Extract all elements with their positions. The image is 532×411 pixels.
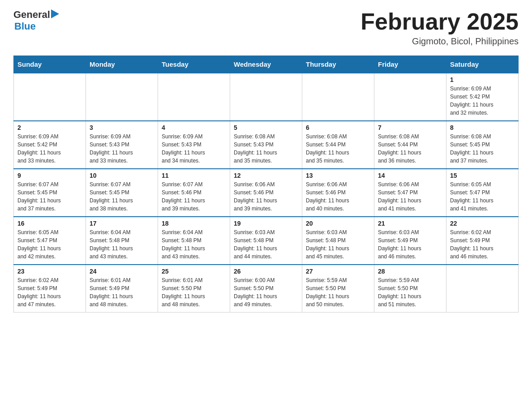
day-number: 18 — [162, 220, 226, 227]
day-number: 3 — [90, 124, 154, 131]
header-wednesday: Wednesday — [230, 56, 302, 73]
table-row: 25Sunrise: 6:01 AM Sunset: 5:50 PM Dayli… — [158, 265, 230, 313]
table-row: 16Sunrise: 6:05 AM Sunset: 5:47 PM Dayli… — [14, 217, 86, 265]
day-info: Sunrise: 6:09 AM Sunset: 5:43 PM Dayligh… — [90, 133, 154, 165]
table-row: 12Sunrise: 6:06 AM Sunset: 5:46 PM Dayli… — [230, 169, 302, 217]
table-row — [14, 73, 86, 121]
table-row: 18Sunrise: 6:04 AM Sunset: 5:48 PM Dayli… — [158, 217, 230, 265]
logo-arrow-icon — [51, 9, 59, 18]
day-info: Sunrise: 6:01 AM Sunset: 5:50 PM Dayligh… — [162, 276, 226, 308]
calendar-week-row: 23Sunrise: 6:02 AM Sunset: 5:49 PM Dayli… — [14, 265, 519, 313]
day-info: Sunrise: 6:07 AM Sunset: 5:46 PM Dayligh… — [162, 180, 226, 213]
table-row: 4Sunrise: 6:09 AM Sunset: 5:43 PM Daylig… — [158, 121, 230, 169]
day-number: 28 — [378, 268, 442, 275]
weekday-header-row: Sunday Monday Tuesday Wednesday Thursday… — [14, 56, 519, 73]
table-row: 20Sunrise: 6:03 AM Sunset: 5:48 PM Dayli… — [302, 217, 374, 265]
day-number: 12 — [234, 172, 298, 179]
day-info: Sunrise: 6:04 AM Sunset: 5:48 PM Dayligh… — [162, 228, 226, 261]
day-info: Sunrise: 6:02 AM Sunset: 5:49 PM Dayligh… — [17, 276, 82, 308]
day-number: 23 — [17, 268, 82, 275]
day-number: 13 — [306, 172, 370, 179]
day-number: 26 — [234, 268, 298, 275]
day-number: 19 — [234, 220, 298, 227]
header-monday: Monday — [86, 56, 158, 73]
table-row: 26Sunrise: 6:00 AM Sunset: 5:50 PM Dayli… — [230, 265, 302, 313]
table-row: 11Sunrise: 6:07 AM Sunset: 5:46 PM Dayli… — [158, 169, 230, 217]
table-row: 23Sunrise: 6:02 AM Sunset: 5:49 PM Dayli… — [14, 265, 86, 313]
table-row: 27Sunrise: 5:59 AM Sunset: 5:50 PM Dayli… — [302, 265, 374, 313]
day-number: 2 — [17, 124, 82, 131]
logo: General Blue — [13, 9, 59, 32]
day-info: Sunrise: 6:03 AM Sunset: 5:49 PM Dayligh… — [378, 228, 442, 261]
table-row: 7Sunrise: 6:08 AM Sunset: 5:44 PM Daylig… — [374, 121, 446, 169]
table-row — [302, 73, 374, 121]
table-row — [446, 265, 519, 313]
table-row: 14Sunrise: 6:06 AM Sunset: 5:47 PM Dayli… — [374, 169, 446, 217]
day-info: Sunrise: 6:09 AM Sunset: 5:42 PM Dayligh… — [17, 133, 82, 165]
table-row: 8Sunrise: 6:08 AM Sunset: 5:45 PM Daylig… — [446, 121, 519, 169]
table-row: 21Sunrise: 6:03 AM Sunset: 5:49 PM Dayli… — [374, 217, 446, 265]
day-number: 20 — [306, 220, 370, 227]
day-number: 11 — [162, 172, 226, 179]
day-info: Sunrise: 6:00 AM Sunset: 5:50 PM Dayligh… — [234, 276, 298, 308]
table-row: 10Sunrise: 6:07 AM Sunset: 5:45 PM Dayli… — [86, 169, 158, 217]
day-number: 9 — [17, 172, 82, 179]
day-number: 6 — [306, 124, 370, 131]
table-row: 17Sunrise: 6:04 AM Sunset: 5:48 PM Dayli… — [86, 217, 158, 265]
day-info: Sunrise: 6:01 AM Sunset: 5:49 PM Dayligh… — [90, 276, 154, 308]
day-number: 25 — [162, 268, 226, 275]
table-row: 15Sunrise: 6:05 AM Sunset: 5:47 PM Dayli… — [446, 169, 519, 217]
page-header: General Blue February 2025 Gigmoto, Bico… — [13, 9, 519, 47]
header-friday: Friday — [374, 56, 446, 73]
day-info: Sunrise: 6:05 AM Sunset: 5:47 PM Dayligh… — [17, 228, 82, 261]
day-info: Sunrise: 6:06 AM Sunset: 5:46 PM Dayligh… — [234, 180, 298, 213]
table-row: 19Sunrise: 6:03 AM Sunset: 5:48 PM Dayli… — [230, 217, 302, 265]
day-number: 7 — [378, 124, 442, 131]
day-info: Sunrise: 5:59 AM Sunset: 5:50 PM Dayligh… — [378, 276, 442, 308]
day-info: Sunrise: 6:05 AM Sunset: 5:47 PM Dayligh… — [450, 180, 515, 213]
day-info: Sunrise: 5:59 AM Sunset: 5:50 PM Dayligh… — [306, 276, 370, 308]
table-row: 24Sunrise: 6:01 AM Sunset: 5:49 PM Dayli… — [86, 265, 158, 313]
day-info: Sunrise: 6:07 AM Sunset: 5:45 PM Dayligh… — [17, 180, 82, 213]
day-number: 4 — [162, 124, 226, 131]
day-info: Sunrise: 6:08 AM Sunset: 5:44 PM Dayligh… — [378, 133, 442, 165]
day-number: 21 — [378, 220, 442, 227]
table-row: 9Sunrise: 6:07 AM Sunset: 5:45 PM Daylig… — [14, 169, 86, 217]
table-row — [374, 73, 446, 121]
day-info: Sunrise: 6:03 AM Sunset: 5:48 PM Dayligh… — [306, 228, 370, 261]
month-title: February 2025 — [360, 9, 519, 34]
calendar-week-row: 2Sunrise: 6:09 AM Sunset: 5:42 PM Daylig… — [14, 121, 519, 169]
table-row — [158, 73, 230, 121]
day-number: 10 — [90, 172, 154, 179]
title-section: February 2025 Gigmoto, Bicol, Philippine… — [360, 9, 519, 47]
table-row: 5Sunrise: 6:08 AM Sunset: 5:43 PM Daylig… — [230, 121, 302, 169]
day-number: 27 — [306, 268, 370, 275]
calendar-week-row: 16Sunrise: 6:05 AM Sunset: 5:47 PM Dayli… — [14, 217, 519, 265]
day-info: Sunrise: 6:09 AM Sunset: 5:43 PM Dayligh… — [162, 133, 226, 165]
day-info: Sunrise: 6:08 AM Sunset: 5:45 PM Dayligh… — [450, 133, 515, 165]
day-info: Sunrise: 6:06 AM Sunset: 5:46 PM Dayligh… — [306, 180, 370, 213]
logo-blue: Blue — [14, 21, 59, 32]
day-info: Sunrise: 6:03 AM Sunset: 5:48 PM Dayligh… — [234, 228, 298, 261]
header-sunday: Sunday — [14, 56, 86, 73]
location-title: Gigmoto, Bicol, Philippines — [360, 36, 519, 47]
day-number: 24 — [90, 268, 154, 275]
calendar-table: Sunday Monday Tuesday Wednesday Thursday… — [13, 56, 519, 313]
day-info: Sunrise: 6:06 AM Sunset: 5:47 PM Dayligh… — [378, 180, 442, 213]
day-info: Sunrise: 6:02 AM Sunset: 5:49 PM Dayligh… — [450, 228, 515, 261]
table-row: 22Sunrise: 6:02 AM Sunset: 5:49 PM Dayli… — [446, 217, 519, 265]
table-row — [230, 73, 302, 121]
calendar-week-row: 1Sunrise: 6:09 AM Sunset: 5:42 PM Daylig… — [14, 73, 519, 121]
day-info: Sunrise: 6:04 AM Sunset: 5:48 PM Dayligh… — [90, 228, 154, 261]
day-info: Sunrise: 6:08 AM Sunset: 5:44 PM Dayligh… — [306, 133, 370, 165]
calendar-week-row: 9Sunrise: 6:07 AM Sunset: 5:45 PM Daylig… — [14, 169, 519, 217]
header-saturday: Saturday — [446, 56, 519, 73]
header-tuesday: Tuesday — [158, 56, 230, 73]
day-number: 17 — [90, 220, 154, 227]
header-thursday: Thursday — [302, 56, 374, 73]
logo-general: General — [13, 9, 50, 21]
day-info: Sunrise: 6:08 AM Sunset: 5:43 PM Dayligh… — [234, 133, 298, 165]
table-row: 13Sunrise: 6:06 AM Sunset: 5:46 PM Dayli… — [302, 169, 374, 217]
day-number: 22 — [450, 220, 515, 227]
day-info: Sunrise: 6:07 AM Sunset: 5:45 PM Dayligh… — [90, 180, 154, 213]
